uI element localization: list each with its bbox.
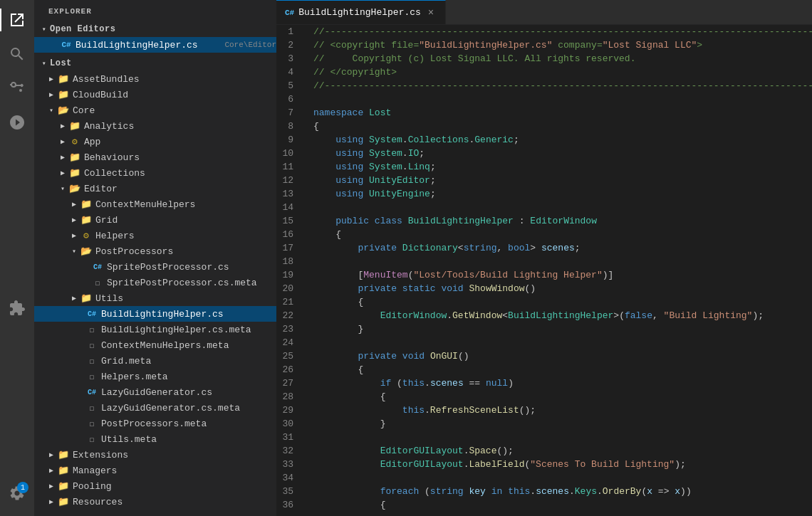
tree-item-postprocessors[interactable]: ▾ 📂 PostProcessors bbox=[34, 243, 276, 259]
tree-item-grid[interactable]: ▶ 📁 Grid bbox=[34, 212, 276, 228]
tree-item-core[interactable]: ▾ 📂 Core bbox=[34, 102, 276, 118]
tree-item-spritepostprocessor-meta[interactable]: ◻ SpritePostProcessor.cs.meta bbox=[34, 275, 276, 290]
app-label: App bbox=[84, 137, 276, 147]
line-num-27: 27 bbox=[276, 377, 302, 390]
no-chevron bbox=[74, 433, 85, 445]
open-editor-path: Core\Editor bbox=[224, 41, 276, 49]
tree-item-cloudbuild[interactable]: ▶ 📁 CloudBuild bbox=[34, 87, 276, 102]
buildlighting-meta-label: BuildLightingHelper.cs.meta bbox=[101, 325, 276, 335]
code-line-22: EditorWindow.GetWindow<BuildLightingHelp… bbox=[313, 309, 812, 322]
no-chevron bbox=[80, 277, 91, 288]
meta-icon: ◻ bbox=[91, 276, 104, 289]
folder-icon: 📁 bbox=[57, 88, 70, 101]
line-num-19: 19 bbox=[276, 268, 302, 282]
active-tab[interactable]: C# BuildLightingHelper.cs × bbox=[276, 0, 446, 24]
code-line-19: [MenuItem("Lost/Tools/Build Lighting Hel… bbox=[313, 268, 812, 282]
tree-item-contextmenuhelpers-meta[interactable]: ◻ ContextMenuHelpers.meta bbox=[34, 337, 276, 353]
folder-icon: 📁 bbox=[80, 292, 93, 305]
tree-item-behaviours[interactable]: ▶ 📁 Behaviours bbox=[34, 149, 276, 165]
tree-item-resources[interactable]: ▶ 📁 Resources bbox=[34, 494, 276, 510]
meta-icon: ◻ bbox=[85, 370, 98, 383]
postprocessors-chevron: ▾ bbox=[68, 246, 80, 257]
assetbundles-label: AssetBundles bbox=[73, 74, 276, 85]
open-editors-header[interactable]: ▾ Open Editors bbox=[34, 21, 276, 37]
lazyguid-meta-label: LazyGuidGenerator.cs.meta bbox=[101, 403, 276, 414]
line-num-23: 23 bbox=[276, 322, 302, 336]
buildlighting-cs-label: BuildLightingHelper.cs bbox=[101, 309, 276, 320]
extensions-chevron: ▶ bbox=[46, 449, 57, 460]
tree-item-lazyguid-cs[interactable]: C# LazyGuidGenerator.cs bbox=[34, 384, 276, 400]
tree-item-spritepostprocessor-cs[interactable]: C# SpritePostProcessor.cs bbox=[34, 259, 276, 275]
analytics-chevron: ▶ bbox=[57, 120, 68, 132]
code-line-12: using UnityEditor; bbox=[313, 174, 812, 187]
behaviours-chevron: ▶ bbox=[57, 152, 68, 163]
cs-icon: C# bbox=[85, 386, 98, 399]
tree-item-utils-meta[interactable]: ◻ Utils.meta bbox=[34, 431, 276, 447]
tree-item-managers[interactable]: ▶ 📁 Managers bbox=[34, 463, 276, 478]
settings-activity-icon[interactable]: 1 bbox=[0, 476, 34, 510]
tree-item-grid-meta[interactable]: ◻ Grid.meta bbox=[34, 353, 276, 369]
tab-bar: C# BuildLightingHelper.cs × bbox=[276, 0, 812, 25]
sidebar-content: ▾ Open Editors C# BuildLightingHelper.cs… bbox=[34, 20, 276, 516]
meta-icon: ◻ bbox=[85, 401, 98, 414]
tree-item-extensions[interactable]: ▶ 📁 Extensions bbox=[34, 447, 276, 463]
tree-item-analytics[interactable]: ▶ 📁 Analytics bbox=[34, 118, 276, 134]
editor-area: C# BuildLightingHelper.cs × 1 2 3 4 5 6 … bbox=[276, 0, 812, 516]
open-editors-section: ▾ Open Editors C# BuildLightingHelper.cs… bbox=[34, 20, 276, 54]
line-num-5: 5 bbox=[276, 79, 302, 93]
tree-item-helpers-meta[interactable]: ◻ Helpers.meta bbox=[34, 369, 276, 384]
code-content[interactable]: //--------------------------------------… bbox=[308, 25, 812, 516]
helpers-chevron: ▶ bbox=[68, 230, 80, 241]
line-num-24: 24 bbox=[276, 336, 302, 349]
cs-icon: C# bbox=[85, 307, 98, 320]
tree-item-assetbundles[interactable]: ▶ 📁 AssetBundles bbox=[34, 71, 276, 87]
open-editor-item-buildlighting[interactable]: C# BuildLightingHelper.cs Core\Editor bbox=[34, 37, 276, 53]
core-chevron: ▾ bbox=[46, 105, 57, 116]
lost-section-header[interactable]: ▾ Lost bbox=[34, 56, 276, 71]
line-num-12: 12 bbox=[276, 174, 302, 187]
tree-item-app[interactable]: ▶ ⚙ App bbox=[34, 134, 276, 149]
tree-item-editor[interactable]: ▾ 📂 Editor bbox=[34, 181, 276, 196]
spritepostprocessor-meta-label: SpritePostProcessor.cs.meta bbox=[107, 278, 276, 288]
line-num-3: 3 bbox=[276, 52, 302, 65]
code-line-26: { bbox=[313, 363, 812, 377]
line-num-15: 15 bbox=[276, 214, 302, 228]
activity-bar: 1 bbox=[0, 0, 34, 516]
debug-activity-icon[interactable] bbox=[0, 105, 34, 139]
lazyguid-cs-label: LazyGuidGenerator.cs bbox=[101, 387, 276, 398]
line-num-17: 17 bbox=[276, 241, 302, 255]
tree-item-utils[interactable]: ▶ 📁 Utils bbox=[34, 290, 276, 306]
folder-icon: 📁 bbox=[57, 480, 70, 493]
explorer-activity-icon[interactable] bbox=[0, 3, 34, 37]
code-editor: 1 2 3 4 5 6 7 8 9 10 11 12 13 14 15 16 1… bbox=[276, 25, 812, 516]
line-num-30: 30 bbox=[276, 417, 302, 431]
code-line-34 bbox=[313, 471, 812, 485]
line-num-32: 32 bbox=[276, 444, 302, 458]
tree-item-helpers[interactable]: ▶ ⚙ Helpers bbox=[34, 228, 276, 243]
no-chevron bbox=[74, 339, 85, 351]
meta-icon: ◻ bbox=[85, 339, 98, 352]
folder-icon: 📁 bbox=[68, 120, 81, 132]
tree-item-lazyguid-meta[interactable]: ◻ LazyGuidGenerator.cs.meta bbox=[34, 400, 276, 416]
line-num-22: 22 bbox=[276, 309, 302, 322]
tree-item-buildlighting-meta[interactable]: ◻ BuildLightingHelper.cs.meta bbox=[34, 322, 276, 337]
tree-item-postprocessors-meta[interactable]: ◻ PostProcessors.meta bbox=[34, 416, 276, 431]
tree-item-buildlighting-cs[interactable]: C# BuildLightingHelper.cs bbox=[34, 306, 276, 322]
tree-item-pooling[interactable]: ▶ 📁 Pooling bbox=[34, 478, 276, 494]
no-chevron bbox=[74, 418, 85, 429]
postprocessors-label: PostProcessors bbox=[95, 246, 276, 257]
code-line-17: private Dictionary<string, bool> scenes; bbox=[313, 241, 812, 255]
no-chevron bbox=[74, 386, 85, 398]
spritepostprocessor-cs-label: SpritePostProcessor.cs bbox=[107, 262, 276, 273]
code-line-5: //--------------------------------------… bbox=[313, 79, 812, 93]
tab-close-button[interactable]: × bbox=[425, 7, 437, 19]
tree-item-collections[interactable]: ▶ 📁 Collections bbox=[34, 165, 276, 181]
code-line-21: { bbox=[313, 295, 812, 309]
code-line-31 bbox=[313, 431, 812, 444]
tree-item-contextmenuhelpers[interactable]: ▶ 📁 ContextMenuHelpers bbox=[34, 196, 276, 212]
extensions-activity-icon[interactable] bbox=[0, 291, 34, 325]
editor-folder-label: Editor bbox=[84, 184, 276, 194]
source-control-activity-icon[interactable] bbox=[0, 71, 34, 105]
search-activity-icon[interactable] bbox=[0, 37, 34, 71]
analytics-label: Analytics bbox=[84, 121, 276, 132]
